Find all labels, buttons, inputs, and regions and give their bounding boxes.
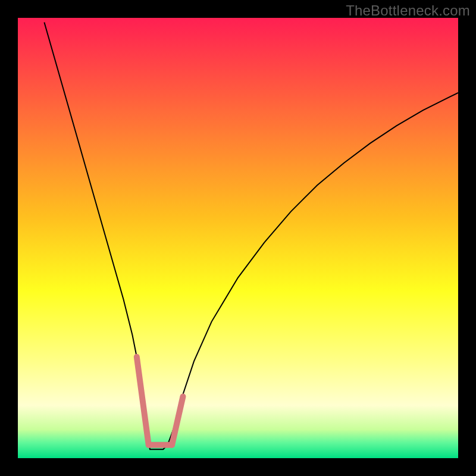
chart-svg: [18, 18, 458, 458]
gradient-background: [18, 18, 458, 458]
chart-frame: TheBottleneck.com: [0, 0, 476, 476]
watermark-text: TheBottleneck.com: [346, 2, 470, 19]
plot-area: [18, 18, 458, 458]
